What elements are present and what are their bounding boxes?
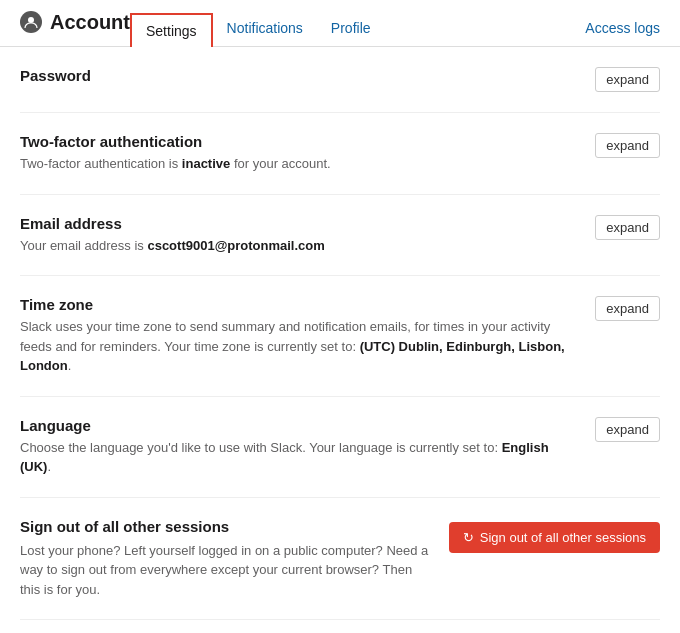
- account-icon: [20, 11, 42, 33]
- timezone-body: Time zone Slack uses your time zone to s…: [20, 296, 579, 376]
- sign-out-title: Sign out of all other sessions: [20, 518, 429, 535]
- timezone-desc: Slack uses your time zone to send summar…: [20, 317, 579, 376]
- username-section: Username expand: [20, 620, 660, 633]
- title-area: Account: [20, 11, 130, 46]
- two-factor-desc: Two-factor authentication is inactive fo…: [20, 154, 579, 174]
- timezone-expand-button[interactable]: expand: [595, 296, 660, 321]
- password-body: Password: [20, 67, 579, 88]
- tab-notifications[interactable]: Notifications: [213, 10, 317, 46]
- page-header: Account Settings Notifications Profile A…: [0, 0, 680, 47]
- email-body: Email address Your email address is csco…: [20, 215, 579, 256]
- email-title: Email address: [20, 215, 579, 232]
- two-factor-body: Two-factor authentication Two-factor aut…: [20, 133, 579, 174]
- password-expand-button[interactable]: expand: [595, 67, 660, 92]
- main-content: Password expand Two-factor authenticatio…: [0, 47, 680, 633]
- sign-out-body: Sign out of all other sessions Lost your…: [20, 518, 429, 600]
- language-desc: Choose the language you'd like to use wi…: [20, 438, 579, 477]
- sign-out-icon: ↻: [463, 530, 474, 545]
- email-desc: Your email address is cscott9001@protonm…: [20, 236, 579, 256]
- svg-point-0: [28, 17, 34, 23]
- two-factor-section: Two-factor authentication Two-factor aut…: [20, 113, 660, 195]
- password-section: Password expand: [20, 47, 660, 113]
- timezone-title: Time zone: [20, 296, 579, 313]
- password-title: Password: [20, 67, 579, 84]
- timezone-section: Time zone Slack uses your time zone to s…: [20, 276, 660, 397]
- language-expand-button[interactable]: expand: [595, 417, 660, 442]
- language-title: Language: [20, 417, 579, 434]
- tab-profile[interactable]: Profile: [317, 10, 385, 46]
- sign-out-section: Sign out of all other sessions Lost your…: [20, 498, 660, 621]
- page-title: Account: [50, 11, 130, 34]
- language-section: Language Choose the language you'd like …: [20, 397, 660, 498]
- access-logs-link[interactable]: Access logs: [571, 10, 660, 46]
- two-factor-expand-button[interactable]: expand: [595, 133, 660, 158]
- sign-out-desc: Lost your phone? Left yourself logged in…: [20, 541, 429, 600]
- email-section: Email address Your email address is csco…: [20, 195, 660, 277]
- email-expand-button[interactable]: expand: [595, 215, 660, 240]
- two-factor-title: Two-factor authentication: [20, 133, 579, 150]
- sign-out-button-label: Sign out of all other sessions: [480, 530, 646, 545]
- tabs-area: Settings Notifications Profile: [130, 10, 571, 46]
- sign-out-button[interactable]: ↻ Sign out of all other sessions: [449, 522, 660, 553]
- language-body: Language Choose the language you'd like …: [20, 417, 579, 477]
- tab-settings[interactable]: Settings: [130, 13, 213, 47]
